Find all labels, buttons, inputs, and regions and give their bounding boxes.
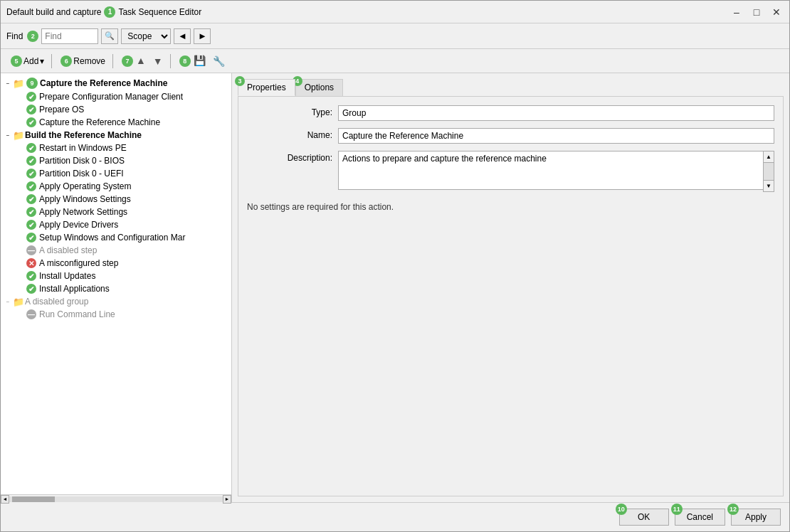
tree-group-disabled[interactable]: − 📁 A disabled group [1, 295, 231, 308]
tree-item-setup-windows[interactable]: ✔ Setup Windows and Configuration Mar [1, 231, 231, 244]
status-icon-run-cmd: — [26, 309, 36, 319]
tree-item-partition-uefi[interactable]: ✔ Partition Disk 0 - UEFI [1, 167, 231, 180]
move-up-button[interactable]: 7 ▲ [117, 53, 149, 68]
item-partition-bios-label: Partition Disk 0 - BIOS [39, 156, 125, 166]
status-icon-setup-windows: ✔ [26, 233, 36, 243]
tree-item-install-updates[interactable]: ✔ Install Updates [1, 270, 231, 282]
remove-button[interactable]: 6 Remove [56, 54, 108, 68]
description-row: Description: ▲ ▼ [247, 151, 774, 192]
item-misconfigured-label: A misconfigured step [39, 258, 118, 268]
cancel-badge: 11 [671, 504, 683, 515]
ok-label: OK [638, 512, 650, 522]
properties-button[interactable]: 🔧 [210, 54, 228, 68]
tabs: 3 Properties 4 Options [238, 79, 784, 96]
close-button[interactable]: ✕ [769, 5, 784, 19]
tab-options-label: Options [305, 83, 334, 92]
toolbar-separator-1 [51, 54, 52, 68]
item-apply-os-label: Apply Operating System [39, 181, 131, 191]
scroll-up-btn[interactable]: ▲ [764, 151, 774, 163]
ok-badge: 10 [616, 504, 627, 515]
find-label: Find [6, 31, 23, 41]
tree-item-disabled-step[interactable]: — A disabled step [1, 244, 231, 257]
folder-icon-build: 📁 [14, 130, 23, 140]
apply-label: Apply [745, 512, 767, 522]
scrollbar-track [9, 496, 223, 502]
status-icon-restart: ✔ [26, 143, 36, 153]
restore-button[interactable]: □ [749, 5, 764, 19]
expander-build[interactable]: − [4, 131, 12, 139]
item-run-cmd-label: Run Command Line [39, 309, 115, 319]
bottom-bar: 10 OK 11 Cancel 12 Apply [1, 502, 789, 531]
folder-icon-disabled: 📁 [14, 297, 23, 307]
main-content: − 📁 9 Capture the Reference Machine ✔ Pr… [1, 73, 789, 502]
item-apply-network-label: Apply Network Settings [39, 207, 127, 217]
tree-group-capture[interactable]: − 📁 9 Capture the Reference Machine [1, 76, 231, 90]
scrollbar-left-btn[interactable]: ◄ [1, 495, 9, 504]
nav-back-button[interactable]: ◄ [174, 28, 191, 44]
tree-item-apply-network[interactable]: ✔ Apply Network Settings [1, 206, 231, 218]
item-apply-drivers-label: Apply Device Drivers [39, 220, 118, 230]
title-bar-left: Default build and capture 1 Task Sequenc… [6, 6, 201, 18]
tab-options[interactable]: 4 Options [295, 79, 343, 96]
cancel-button[interactable]: 11 Cancel [675, 509, 725, 526]
search-input[interactable] [41, 28, 98, 44]
scrollbar-right-btn[interactable]: ► [223, 495, 231, 504]
nav-forward-button[interactable]: ► [194, 28, 211, 44]
tree-item-misconfigured[interactable]: ✕ A misconfigured step [1, 257, 231, 270]
item-install-apps-label: Install Applications [39, 284, 110, 294]
type-label: Type: [247, 105, 332, 117]
item-prepare-os-label: Prepare OS [39, 105, 84, 115]
group-capture-label: Capture the Reference Machine [40, 78, 167, 88]
item-prepare-cm-label: Prepare Configuration Manager Client [39, 92, 183, 102]
scroll-down-btn[interactable]: ▼ [764, 180, 774, 191]
tab-content: Type: Name: Description: ▲ [238, 96, 784, 496]
add-dropdown-icon: ▾ [40, 56, 44, 66]
tree-item-run-cmd[interactable]: — Run Command Line [1, 308, 231, 321]
tree-item-apply-drivers[interactable]: ✔ Apply Device Drivers [1, 218, 231, 231]
title-suffix: Task Sequence Editor [118, 7, 201, 17]
description-textarea[interactable] [338, 151, 774, 190]
tree-item-restart-pe[interactable]: ✔ Restart in Windows PE [1, 142, 231, 154]
ok-button[interactable]: 10 OK [619, 509, 669, 526]
search-button[interactable]: 🔍 [101, 28, 118, 44]
name-input[interactable] [338, 128, 774, 144]
tree-item-partition-bios[interactable]: ✔ Partition Disk 0 - BIOS [1, 154, 231, 167]
expander-capture[interactable]: − [4, 79, 12, 87]
status-icon-install-updates: ✔ [26, 271, 36, 281]
minimize-button[interactable]: – [730, 5, 744, 19]
expander-disabled[interactable]: − [4, 297, 12, 306]
scroll-track [764, 163, 774, 180]
main-window: Default build and capture 1 Task Sequenc… [0, 0, 790, 532]
apply-button[interactable]: 12 Apply [731, 509, 781, 526]
remove-badge: 6 [60, 55, 72, 67]
action-toolbar: 5 Add ▾ 6 Remove 7 ▲ ▼ 8 💾 🔧 [1, 49, 789, 73]
tree-group-build[interactable]: − 📁 Build the Reference Machine [1, 129, 231, 142]
tree-item-capture-ref[interactable]: ✔ Capture the Reference Machine [1, 116, 231, 129]
status-icon-red: ✕ [26, 258, 36, 268]
add-button[interactable]: 5 Add ▾ [6, 54, 47, 68]
tree-item-apply-windows[interactable]: ✔ Apply Windows Settings [1, 193, 231, 206]
tree-badge-9: 9 [26, 78, 38, 89]
tab-properties-label: Properties [247, 83, 286, 92]
title-text: Default build and capture [6, 7, 101, 17]
remove-label: Remove [73, 56, 105, 66]
item-setup-windows-label: Setup Windows and Configuration Mar [39, 233, 185, 243]
move-down-button[interactable]: ▼ [150, 54, 166, 68]
save-button[interactable]: 8 💾 [175, 53, 209, 68]
scope-select[interactable]: Scope [121, 28, 171, 44]
tree-item-prepare-cm[interactable]: ✔ Prepare Configuration Manager Client [1, 90, 231, 103]
item-apply-windows-label: Apply Windows Settings [39, 194, 131, 204]
tree-item-prepare-os[interactable]: ✔ Prepare OS [1, 103, 231, 116]
no-settings-text: No settings are required for this action… [247, 199, 774, 215]
move-up-badge: 7 [122, 55, 133, 67]
tree-panel: − 📁 9 Capture the Reference Machine ✔ Pr… [1, 73, 232, 502]
status-icon-disabled: — [26, 245, 36, 255]
title-bar-controls: – □ ✕ [730, 5, 784, 19]
tab-properties[interactable]: 3 Properties [238, 79, 295, 96]
type-input[interactable] [338, 105, 774, 121]
spacer [247, 222, 774, 487]
status-icon-apply-network: ✔ [26, 207, 36, 217]
status-icon-green-2: ✔ [26, 105, 36, 115]
tree-item-install-apps[interactable]: ✔ Install Applications [1, 282, 231, 295]
tree-item-apply-os[interactable]: ✔ Apply Operating System [1, 180, 231, 193]
